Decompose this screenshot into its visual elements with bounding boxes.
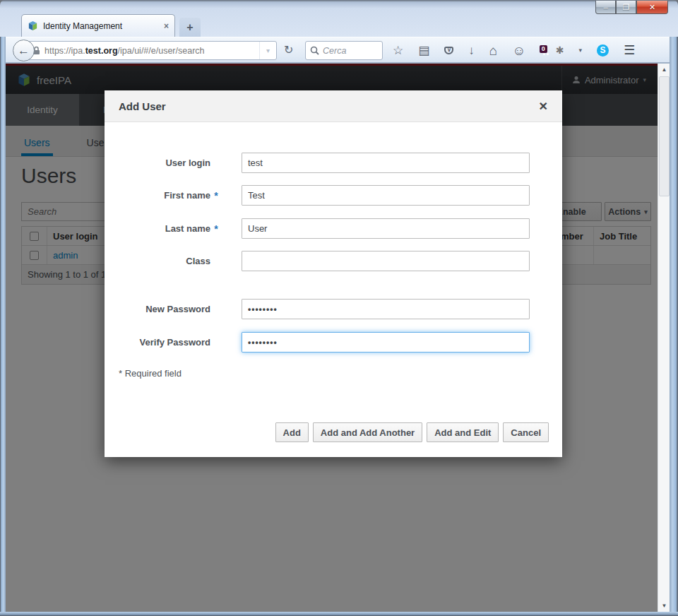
required-field-note: * Required field: [119, 368, 182, 379]
titlebar: Identity Management × + – ❐ ✕: [0, 0, 678, 37]
ghostery-badge: 0: [540, 45, 547, 53]
reload-button[interactable]: ↻: [284, 43, 293, 57]
dialog-title: Add User: [119, 100, 539, 112]
dialog-close-icon[interactable]: ✕: [539, 100, 548, 113]
home-icon[interactable]: ⌂: [489, 44, 497, 57]
class-label: Class: [105, 256, 210, 266]
new-password-input[interactable]: [242, 299, 530, 319]
toolbar-icons: ☆ ▤ ∨ ↓ ⌂ ☺ 0 ✱ ▾ S ☰: [387, 37, 635, 63]
minimize-button[interactable]: –: [595, 1, 616, 14]
window-frame-right: [670, 37, 678, 612]
add-user-dialog: Add User ✕ User login First name * Last …: [105, 90, 562, 457]
bug-extension-icon[interactable]: ✱: [556, 45, 564, 55]
menu-hamburger-icon[interactable]: ☰: [624, 44, 635, 57]
search-placeholder: Cerca: [323, 46, 346, 56]
page-scrollbar[interactable]: ▲ ▼: [658, 64, 670, 612]
last-name-input[interactable]: [242, 218, 530, 239]
window-frame-bottom: [0, 612, 678, 616]
first-name-label: First name: [105, 190, 210, 201]
close-button[interactable]: ✕: [636, 1, 668, 14]
add-and-add-another-button[interactable]: Add and Add Another: [313, 422, 422, 442]
new-tab-button[interactable]: +: [179, 18, 201, 37]
scroll-down-icon[interactable]: ▼: [658, 600, 670, 612]
feedback-smiley-icon[interactable]: ☺: [512, 44, 525, 57]
browser-window: Identity Management × + – ❐ ✕ ← https://…: [0, 0, 678, 616]
search-icon: [310, 46, 319, 55]
url-bar[interactable]: https://ipa.test.org/ipa/ui/#/e/user/sea…: [24, 41, 277, 60]
bookmark-star-icon[interactable]: ☆: [393, 45, 403, 57]
browser-tab[interactable]: Identity Management ×: [21, 14, 175, 37]
tab-close-icon[interactable]: ×: [164, 21, 169, 31]
scrollbar-thumb[interactable]: [659, 76, 670, 196]
url-text: https://ipa.test.org/ipa/ui/#/e/user/sea…: [44, 46, 259, 56]
required-asterisk: *: [210, 190, 222, 201]
pocket-chevron: ∨: [444, 47, 453, 54]
url-prefix: https://ipa.: [44, 46, 85, 56]
window-frame-left: [0, 37, 6, 612]
user-login-label: User login: [105, 158, 210, 168]
downloads-icon[interactable]: ↓: [468, 45, 475, 57]
verify-password-input[interactable]: [242, 332, 530, 353]
browser-search-box[interactable]: Cerca: [305, 41, 383, 60]
url-dropdown-icon[interactable]: ▾: [259, 42, 276, 59]
skype-logo: S: [597, 45, 609, 57]
navigation-toolbar: ← https://ipa.test.org/ipa/ui/#/e/user/s…: [4, 37, 674, 62]
back-button[interactable]: ←: [13, 40, 35, 61]
dialog-header: Add User ✕: [105, 90, 562, 122]
new-password-label: New Password: [105, 304, 210, 314]
dialog-buttons: Add Add and Add Another Add and Edit Can…: [275, 422, 549, 442]
scroll-up-icon[interactable]: ▲: [658, 64, 670, 76]
overflow-caret-icon[interactable]: ▾: [578, 47, 582, 54]
cancel-button[interactable]: Cancel: [503, 422, 549, 442]
verify-password-label: Verify Password: [105, 337, 210, 348]
add-and-edit-button[interactable]: Add and Edit: [427, 422, 499, 442]
first-name-input[interactable]: [242, 185, 530, 206]
url-domain: test.org: [85, 46, 118, 56]
skype-icon[interactable]: S: [597, 45, 609, 57]
window-controls: – ❐ ✕: [595, 1, 668, 14]
user-login-input[interactable]: [242, 153, 530, 173]
reading-list-icon[interactable]: ▤: [418, 45, 429, 57]
add-button[interactable]: Add: [275, 422, 309, 442]
last-name-label: Last name: [105, 223, 210, 234]
tab-title: Identity Management: [43, 21, 164, 31]
pocket-icon[interactable]: ∨: [444, 47, 453, 54]
required-asterisk: *: [210, 223, 222, 235]
maximize-button[interactable]: ❐: [616, 1, 636, 14]
class-input[interactable]: [242, 251, 530, 271]
freeipa-favicon: [28, 20, 38, 31]
url-path: /ipa/ui/#/e/user/search: [118, 46, 205, 56]
